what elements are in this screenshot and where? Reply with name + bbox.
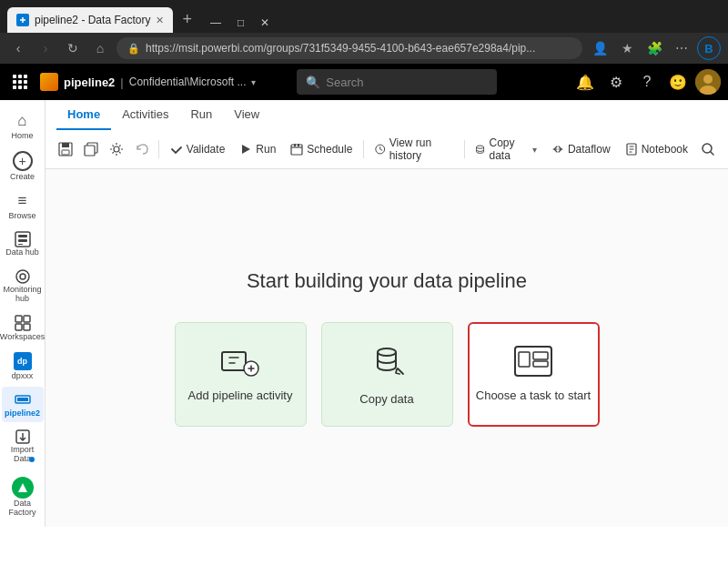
- home-icon: ⌂: [17, 112, 26, 130]
- sidebar-item-workspaces[interactable]: Workspaces: [2, 310, 44, 346]
- canvas-title: Start building your data pipeline: [247, 269, 527, 293]
- sidebar-item-monitoring[interactable]: Monitoring hub: [2, 264, 44, 308]
- brand-dropdown-icon[interactable]: ▾: [251, 77, 256, 87]
- tab-activities[interactable]: Activities: [111, 100, 179, 130]
- tab-title: pipeline2 - Data Factory: [35, 14, 150, 26]
- toolbar-copydata-btn[interactable]: Copy data ▾: [468, 133, 544, 166]
- toolbar-search-btn[interactable]: [695, 138, 721, 160]
- settings-icon[interactable]: ⚙: [602, 68, 630, 96]
- toolbar-validate-btn[interactable]: Validate: [163, 139, 232, 159]
- help-icon[interactable]: ?: [633, 68, 661, 96]
- tab-home[interactable]: Home: [56, 100, 111, 130]
- svg-rect-35: [519, 352, 530, 367]
- sidebar-item-datahub[interactable]: Data hub: [2, 227, 44, 262]
- sidebar-item-pipeline2[interactable]: pipeline2: [2, 387, 44, 422]
- sidebar-item-create[interactable]: + Create: [2, 146, 44, 186]
- svg-rect-10: [15, 316, 22, 322]
- brand-separator: |: [120, 76, 123, 89]
- search-icon: 🔍: [306, 76, 320, 89]
- window-maximize[interactable]: □: [230, 13, 251, 33]
- svg-rect-6: [18, 239, 27, 242]
- svg-point-8: [16, 270, 29, 283]
- add-pipeline-icon: [220, 345, 260, 378]
- toolbar-run-btn[interactable]: Run: [232, 139, 283, 159]
- dataflow-label: Dataflow: [568, 143, 611, 156]
- add-pipeline-card[interactable]: Add pipeline activity: [175, 322, 307, 427]
- bing-icon[interactable]: B: [697, 36, 721, 60]
- validate-icon: [170, 143, 183, 156]
- view-run-history-icon: [375, 143, 385, 156]
- sidebar-item-browse[interactable]: ≡ Browse: [2, 187, 44, 225]
- new-tab-button[interactable]: +: [175, 6, 199, 33]
- sidebar-label-home: Home: [11, 131, 33, 140]
- canvas: Start building your data pipeline Add pi…: [46, 169, 728, 527]
- nav-back[interactable]: ‹: [7, 37, 29, 59]
- svg-rect-25: [294, 144, 296, 146]
- copy-data-icon: [475, 143, 485, 156]
- copy-data-card[interactable]: Copy data: [321, 322, 453, 427]
- settings-toolbar-icon: [109, 142, 124, 156]
- svg-rect-15: [17, 398, 28, 401]
- window-close[interactable]: ✕: [253, 13, 277, 33]
- sidebar-item-datafactory[interactable]: Data Factory: [2, 472, 44, 522]
- top-search-bar[interactable]: 🔍 Search: [297, 69, 497, 95]
- add-pipeline-label: Add pipeline activity: [188, 388, 293, 404]
- tab-view[interactable]: View: [223, 100, 270, 130]
- sidebar-item-dpxxx[interactable]: dp dpxxx: [2, 348, 44, 385]
- brand-org: Confidential\Microsoft ...: [129, 76, 247, 88]
- app-name: pipeline2: [64, 76, 115, 89]
- run-icon: [239, 143, 252, 156]
- importdata-icon: [15, 429, 31, 445]
- user-avatar[interactable]: [695, 69, 721, 95]
- browser-address-bar: ‹ › ↻ ⌂ 🔒 https://msit.powerbi.com/group…: [0, 33, 728, 64]
- svg-rect-19: [62, 150, 69, 155]
- sidebar-label-importdata: Import Data: [5, 446, 40, 464]
- notebook-icon: [625, 143, 638, 156]
- sidebar-item-importdata[interactable]: Import Data: [2, 424, 44, 469]
- address-input[interactable]: 🔒 https://msit.powerbi.com/groups/731f53…: [116, 37, 582, 59]
- validate-label: Validate: [187, 143, 225, 156]
- svg-rect-31: [222, 352, 246, 370]
- run-label: Run: [256, 143, 276, 156]
- svg-point-33: [378, 348, 396, 356]
- tab-close-icon[interactable]: ✕: [156, 15, 164, 26]
- svg-rect-37: [533, 361, 548, 367]
- star-icon[interactable]: ★: [615, 36, 639, 60]
- svg-point-2: [703, 75, 713, 84]
- svg-rect-13: [24, 324, 30, 330]
- browser-chrome: pipeline2 - Data Factory ✕ + — □ ✕: [0, 0, 728, 33]
- pipeline2-icon: [15, 391, 31, 408]
- svg-point-28: [477, 146, 484, 148]
- extension-icon[interactable]: 🧩: [642, 36, 666, 60]
- toolbar-copy-tab-btn[interactable]: [78, 138, 104, 160]
- window-minimize[interactable]: —: [203, 13, 228, 33]
- svg-marker-23: [242, 145, 250, 154]
- choose-task-card[interactable]: Choose a task to start: [468, 322, 600, 427]
- smiley-icon[interactable]: 🙂: [664, 68, 692, 96]
- toolbar-notebook-btn[interactable]: Notebook: [618, 139, 695, 159]
- sidebar-item-home[interactable]: ⌂ Home: [2, 107, 44, 145]
- nav-home[interactable]: ⌂: [89, 37, 111, 59]
- toolbar-settings-btn[interactable]: [104, 138, 129, 160]
- toolbar-search-icon: [701, 142, 715, 156]
- main-content: ⌂ Home + Create ≡ Browse Data hub Monito…: [0, 100, 728, 527]
- choose-task-label: Choose a task to start: [476, 388, 591, 404]
- nav-forward[interactable]: ›: [35, 37, 56, 59]
- toolbar-viewrunhistory-btn[interactable]: View run history: [368, 133, 460, 166]
- browser-tab-active[interactable]: pipeline2 - Data Factory ✕: [7, 7, 173, 33]
- app: pipeline2 | Confidential\Microsoft ... ▾…: [0, 64, 728, 527]
- toolbar-dataflow-btn[interactable]: Dataflow: [544, 139, 618, 159]
- svg-rect-21: [85, 146, 95, 156]
- tab-run[interactable]: Run: [179, 100, 223, 130]
- waffle-menu-icon[interactable]: [7, 69, 33, 95]
- notification-icon[interactable]: 🔔: [571, 68, 599, 96]
- profile-icon[interactable]: 👤: [588, 36, 612, 60]
- ribbon-toolbar: Validate Run Schedule View run history: [46, 130, 728, 168]
- choose-task-icon: [513, 345, 553, 378]
- nav-refresh[interactable]: ↻: [62, 37, 84, 59]
- svg-rect-24: [291, 145, 302, 155]
- toolbar-undo-btn[interactable]: [129, 138, 155, 160]
- toolbar-save-btn[interactable]: [53, 138, 78, 160]
- more-icon[interactable]: ⋯: [670, 36, 693, 60]
- toolbar-schedule-btn[interactable]: Schedule: [283, 139, 359, 159]
